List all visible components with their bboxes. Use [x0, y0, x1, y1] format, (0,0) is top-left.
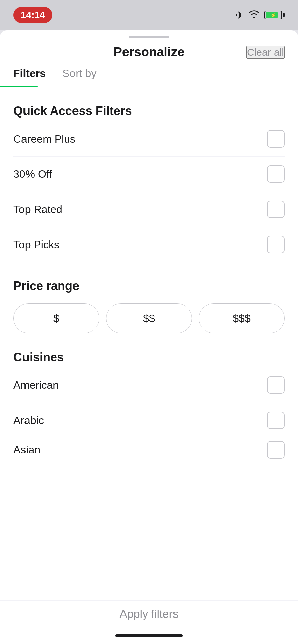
- airplane-icon: ✈: [235, 9, 244, 21]
- checkbox-asian[interactable]: [267, 441, 285, 459]
- price-btn-mid[interactable]: $$: [106, 303, 192, 333]
- filter-label-asian: Asian: [13, 444, 40, 456]
- footer: Apply filters: [0, 600, 298, 627]
- home-indicator: [0, 627, 298, 644]
- status-time: 14:14: [13, 7, 52, 23]
- price-range-title: Price range: [13, 279, 285, 293]
- checkbox-american[interactable]: [267, 376, 285, 394]
- checkbox-top-rated[interactable]: [267, 201, 285, 218]
- filter-label-top-rated: Top Rated: [13, 203, 62, 216]
- sheet-title: Personalize: [113, 45, 184, 59]
- home-bar: [115, 634, 183, 637]
- battery-icon: ⚡: [264, 11, 285, 19]
- tab-active-indicator: [0, 86, 38, 87]
- filter-label-american: American: [13, 379, 59, 391]
- price-range-section: Price range $ $$ $$$: [13, 279, 285, 333]
- apply-filters-button[interactable]: Apply filters: [119, 607, 179, 621]
- checkbox-arabic[interactable]: [267, 412, 285, 429]
- filter-label-arabic: Arabic: [13, 414, 44, 427]
- cuisines-section: Cuisines American Arabic Asian: [13, 350, 285, 462]
- wifi-icon: [248, 10, 260, 21]
- tab-sort-by[interactable]: Sort by: [62, 67, 96, 87]
- sheet-header: Personalize Clear all: [0, 42, 298, 67]
- checkbox-top-picks[interactable]: [267, 236, 285, 253]
- filter-item-careem-plus: Careem Plus: [13, 121, 285, 157]
- filter-item-american: American: [13, 368, 285, 403]
- status-icons: ✈ ⚡: [235, 9, 285, 21]
- cuisines-title: Cuisines: [13, 350, 285, 364]
- filter-item-arabic: Arabic: [13, 403, 285, 438]
- filter-content: Quick Access Filters Careem Plus 30% Off…: [0, 87, 298, 600]
- status-bar: 14:14 ✈ ⚡: [0, 0, 298, 30]
- quick-access-title: Quick Access Filters: [13, 104, 285, 118]
- filter-label-careem-plus: Careem Plus: [13, 133, 76, 145]
- price-btn-low[interactable]: $: [13, 303, 99, 333]
- filter-item-asian: Asian: [13, 438, 285, 462]
- checkbox-careem-plus[interactable]: [267, 130, 285, 148]
- filter-item-top-picks: Top Picks: [13, 227, 285, 262]
- checkbox-30off[interactable]: [267, 165, 285, 183]
- price-btn-high[interactable]: $$$: [199, 303, 285, 333]
- filter-item-top-rated: Top Rated: [13, 192, 285, 227]
- filter-label-30off: 30% Off: [13, 168, 52, 180]
- price-buttons: $ $$ $$$: [13, 303, 285, 333]
- clear-all-button[interactable]: Clear all: [246, 46, 285, 59]
- tab-filters[interactable]: Filters: [13, 67, 46, 87]
- filter-sheet: Personalize Clear all Filters Sort by Qu…: [0, 30, 298, 644]
- drag-handle[interactable]: [0, 30, 298, 42]
- tabs-container: Filters Sort by: [0, 67, 298, 87]
- filter-label-top-picks: Top Picks: [13, 238, 59, 251]
- filter-item-30off: 30% Off: [13, 157, 285, 192]
